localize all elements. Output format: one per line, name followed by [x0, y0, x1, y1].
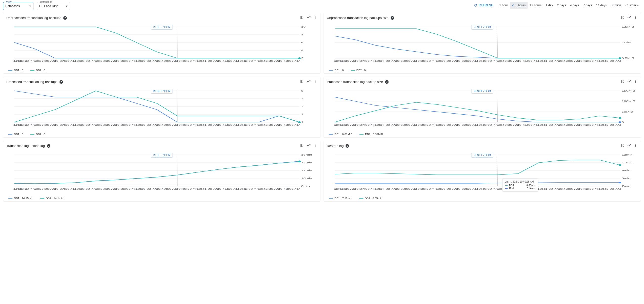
svg-point-123: [315, 145, 316, 146]
legend-toggle-icon[interactable]: [620, 143, 625, 148]
help-icon[interactable]: ?: [385, 80, 389, 84]
svg-text:10:41:30 AM: 10:41:30 AM: [537, 60, 560, 62]
legend-item[interactable]: DB1 : 14.15min: [8, 197, 33, 200]
reset-zoom-button[interactable]: RESET ZOOM: [151, 89, 173, 94]
legend-item[interactable]: DB1 : 0.01MiB: [329, 133, 352, 136]
svg-text:10:36:30 AM: 10:36:30 AM: [13, 188, 36, 190]
legend-toggle-icon[interactable]: [620, 79, 625, 84]
svg-text:10:40:30 AM: 10:40:30 AM: [176, 188, 199, 190]
card-actions: [620, 15, 638, 20]
svg-text:10:37:00 AM: 10:37:00 AM: [34, 60, 56, 62]
svg-text:9min: 9min: [622, 169, 630, 172]
svg-text:10:42:30 AM: 10:42:30 AM: [578, 188, 601, 190]
help-icon[interactable]: ?: [391, 16, 394, 20]
card-header: Processed transaction log backup size ?: [327, 79, 638, 84]
svg-text:10:42:30 AM: 10:42:30 AM: [258, 60, 280, 62]
svg-text:10:36:30 AM: 10:36:30 AM: [13, 60, 36, 62]
chart-plot[interactable]: 108642UTC+310:36:30 AM10:37:00 AM10:37:3…: [6, 25, 317, 63]
more-menu-icon[interactable]: [634, 79, 638, 84]
reset-zoom-button[interactable]: RESET ZOOM: [151, 25, 173, 30]
svg-text:10:39:00 AM: 10:39:00 AM: [115, 188, 138, 190]
legend-item[interactable]: DB2 : 0: [30, 69, 45, 72]
more-menu-icon[interactable]: [634, 143, 638, 148]
svg-text:10:40:30 AM: 10:40:30 AM: [176, 60, 199, 62]
more-menu-icon[interactable]: [634, 15, 638, 20]
time-range-option[interactable]: 1 day: [544, 2, 555, 9]
legend-swatch: [359, 198, 363, 199]
reset-zoom-button[interactable]: RESET ZOOM: [471, 25, 493, 30]
svg-text:10:42:00 AM: 10:42:00 AM: [558, 188, 580, 190]
svg-text:10:41:00 AM: 10:41:00 AM: [197, 188, 219, 190]
legend-item[interactable]: DB2 : 14.1min: [40, 197, 64, 200]
chart-card: Processed transaction log backup size ? …: [324, 77, 641, 138]
legend-toggle-icon[interactable]: [620, 15, 625, 20]
chart-card: Restore lag ? RESET ZOOM 12min11min9min8…: [324, 141, 641, 202]
refresh-button[interactable]: REFRESH: [471, 2, 496, 9]
more-menu-icon[interactable]: [313, 15, 317, 20]
legend-swatch: [8, 70, 12, 71]
more-menu-icon[interactable]: [313, 79, 317, 84]
legend-toggle-icon[interactable]: [300, 143, 304, 148]
help-icon[interactable]: ?: [59, 80, 63, 84]
svg-text:10:37:00 AM: 10:37:00 AM: [34, 188, 56, 190]
time-range-option[interactable]: 30 days: [609, 2, 623, 9]
svg-text:10:37:30 AM: 10:37:30 AM: [54, 60, 76, 62]
time-range-option[interactable]: 4 days: [568, 2, 581, 9]
explore-icon[interactable]: [307, 79, 311, 84]
time-range-option[interactable]: 2 days: [555, 2, 568, 9]
database-filter-label: Databases: [39, 1, 53, 3]
svg-text:10:37:30 AM: 10:37:30 AM: [54, 188, 76, 190]
chart-plot[interactable]: 150MiB100MiB50MiB0UTC+310:36:30 AM10:37:…: [327, 89, 638, 127]
custom-time-dropdown[interactable]: Custom: [623, 2, 641, 9]
svg-text:10:38:30 AM: 10:38:30 AM: [415, 188, 438, 190]
svg-point-62: [315, 82, 316, 83]
chart-wrap: RESET ZOOM 108642UTC+310:36:30 AM10:37:0…: [6, 25, 317, 68]
chart-plot[interactable]: 16min14min12min10min8minUTC+310:36:30 AM…: [6, 153, 317, 191]
legend-item[interactable]: DB2 : 0: [30, 133, 45, 136]
reset-zoom-button[interactable]: RESET ZOOM: [471, 153, 493, 158]
legend-swatch: [40, 198, 44, 199]
tooltip-row: DB1 7.12min: [505, 187, 535, 190]
help-icon[interactable]: ?: [346, 144, 349, 148]
legend-item[interactable]: DB2 : 0: [351, 69, 366, 72]
legend-item[interactable]: DB1 : 0: [329, 69, 344, 72]
svg-point-34: [635, 18, 636, 19]
reset-zoom-button[interactable]: RESET ZOOM: [151, 153, 173, 158]
svg-text:7min: 7min: [622, 185, 630, 188]
legend-toggle-icon[interactable]: [300, 15, 304, 20]
svg-text:10:36:30 AM: 10:36:30 AM: [334, 188, 356, 190]
legend-item[interactable]: DB2 : 5.37MiB: [359, 133, 383, 136]
svg-point-106: [619, 117, 621, 119]
card-title: Unprocessed transaction log backups size: [327, 16, 389, 20]
svg-text:10:37:30 AM: 10:37:30 AM: [374, 188, 397, 190]
explore-icon[interactable]: [627, 15, 631, 20]
legend-item[interactable]: DB1 : 7.12min: [329, 197, 352, 200]
more-menu-icon[interactable]: [313, 143, 317, 148]
explore-icon[interactable]: [627, 143, 631, 148]
card-header: Unprocessed transaction log backups ?: [6, 15, 317, 20]
explore-icon[interactable]: [627, 79, 631, 84]
card-title: Unprocessed transaction log backups: [6, 16, 61, 20]
time-range-option[interactable]: 7 days: [581, 2, 594, 9]
svg-text:10:37:00 AM: 10:37:00 AM: [354, 188, 377, 190]
legend-item[interactable]: DB1 : 0: [8, 69, 23, 72]
explore-icon[interactable]: [307, 15, 311, 20]
help-icon[interactable]: ?: [63, 16, 67, 20]
chart-plot[interactable]: 12min11min9min8min7minUTC+310:36:30 AM10…: [327, 153, 638, 191]
svg-point-138: [298, 161, 301, 162]
reset-zoom-button[interactable]: RESET ZOOM: [471, 89, 493, 94]
legend-toggle-icon[interactable]: [300, 79, 304, 84]
time-range-option[interactable]: 12 hours: [528, 2, 544, 9]
svg-text:10:42:00 AM: 10:42:00 AM: [558, 124, 580, 126]
time-range-option[interactable]: 1 hour: [497, 2, 510, 9]
svg-text:16min: 16min: [301, 154, 312, 156]
legend-item[interactable]: DB1 : 0: [8, 133, 23, 136]
help-icon[interactable]: ?: [47, 144, 50, 148]
chart-plot[interactable]: 54321UTC+310:36:30 AM10:37:00 AM10:37:30…: [6, 89, 317, 127]
chart-plot[interactable]: 1.5MiB1MiB0.5MiBUTC+310:36:30 AM10:37:00…: [327, 25, 638, 63]
explore-icon[interactable]: [307, 143, 311, 148]
time-range-option[interactable]: ✓6 hours: [510, 2, 528, 9]
svg-text:4: 4: [301, 97, 304, 100]
time-range-option[interactable]: 14 days: [594, 2, 609, 9]
legend-item[interactable]: DB2 : 8.65min: [359, 197, 383, 200]
